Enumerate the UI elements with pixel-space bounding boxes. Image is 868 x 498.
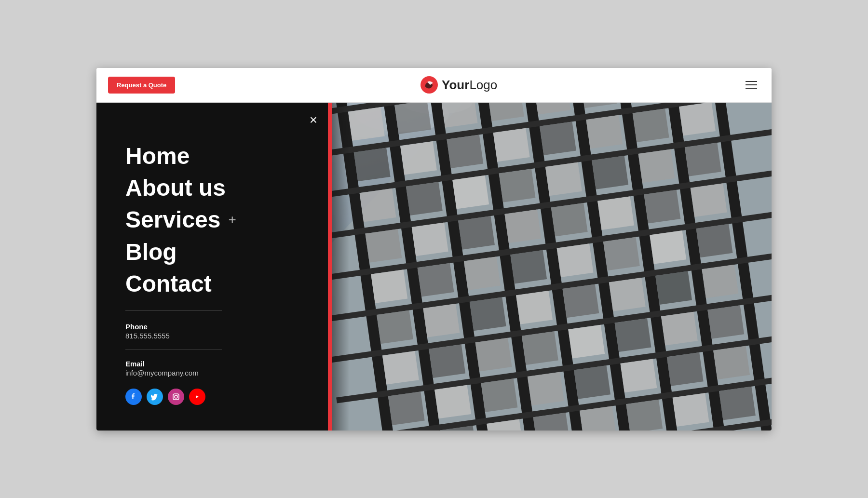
nav-link-contact[interactable]: Contact — [125, 269, 212, 299]
social-icons — [125, 389, 299, 405]
hamburger-line-1 — [746, 81, 757, 82]
main-content: × Home About us Services + Blog Contact — [96, 103, 772, 431]
youtube-icon[interactable] — [189, 389, 205, 405]
logo-icon — [420, 76, 438, 94]
nav-links: Home About us Services + Blog Contact — [125, 141, 299, 299]
nav-link-about[interactable]: About us — [125, 173, 226, 203]
nav-divider-1 — [125, 310, 222, 311]
hamburger-button[interactable] — [743, 78, 760, 92]
hamburger-line-2 — [746, 84, 757, 85]
nav-panel: × Home About us Services + Blog Contact — [96, 103, 328, 431]
contact-section: Phone 815.555.5555 Email info@mycompany.… — [125, 323, 299, 385]
hero-image — [332, 103, 772, 431]
browser-window: Request a Quote YourLogo × — [96, 68, 772, 431]
nav-link-blog[interactable]: Blog — [125, 237, 177, 267]
nav-item-blog: Blog — [125, 237, 299, 267]
phone-value: 815.555.5555 — [125, 332, 299, 340]
svg-point-2 — [175, 395, 177, 398]
email-value: info@mycompany.com — [125, 369, 299, 377]
logo: YourLogo — [420, 76, 497, 94]
logo-text: YourLogo — [442, 78, 497, 93]
nav-divider-2 — [125, 350, 222, 350]
svg-rect-103 — [332, 103, 420, 431]
svg-rect-1 — [173, 394, 179, 400]
twitter-icon[interactable] — [147, 389, 163, 405]
nav-link-services[interactable]: Services — [125, 205, 221, 235]
instagram-icon[interactable] — [168, 389, 184, 405]
building-background — [332, 103, 772, 431]
building-svg — [332, 103, 772, 431]
email-label: Email — [125, 360, 299, 368]
hamburger-line-3 — [746, 88, 757, 89]
red-accent-bar — [328, 103, 332, 431]
close-button[interactable]: × — [310, 113, 317, 127]
header: Request a Quote YourLogo — [96, 68, 772, 103]
nav-item-contact: Contact — [125, 269, 299, 299]
phone-label: Phone — [125, 323, 299, 331]
svg-point-3 — [177, 395, 178, 396]
nav-item-home: Home — [125, 141, 299, 171]
nav-item-about: About us — [125, 173, 299, 203]
request-quote-button[interactable]: Request a Quote — [108, 77, 175, 94]
nav-item-services: Services + — [125, 205, 299, 235]
facebook-icon[interactable] — [125, 389, 142, 405]
nav-link-home[interactable]: Home — [125, 141, 190, 171]
services-expand-icon[interactable]: + — [229, 212, 236, 228]
